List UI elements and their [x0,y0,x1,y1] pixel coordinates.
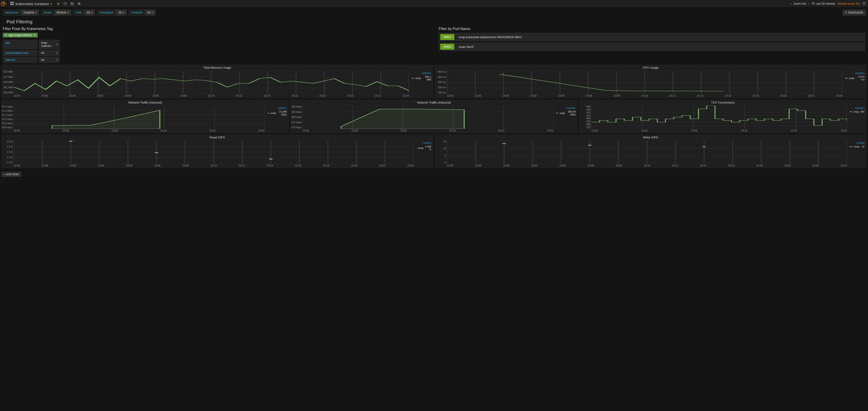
pod-name-label: snap-kubestate-deployment-3004530826-ld9… [455,35,525,39]
row-header-pod-filtering[interactable]: ⌄ Pod Filtering [3,18,865,27]
var-value-dropdown[interactable]: All▾ [116,9,127,15]
var-value-dropdown[interactable]: Minikub▾ [54,9,71,15]
panel-net-inbound-1[interactable]: Network Traffic (Inbound) 31.6 kbps31.4 … [1,100,289,133]
filter-by-tag-panel: Filter Pods By Kubernetes Tag 🏷 app=snap… [3,27,429,63]
legend-swatch [416,148,417,148]
svg-rect-5 [12,4,14,5]
time-range-picker[interactable]: Last 30 minutes [811,2,835,5]
template-var-datasource[interactable]: datasourceGraphite▾ [2,9,39,15]
legend-swatch [850,146,852,147]
select-pod-button[interactable]: Select [440,34,454,40]
refresh-icon[interactable] [863,2,866,6]
refresh-interval-label[interactable]: Refresh every 10s [838,2,860,5]
svg-rect-4 [10,4,12,5]
panel-cpu[interactable]: CPU Usage 450 ms400 ms350 ms300 ms250 ms… [435,65,867,98]
svg-point-126 [502,143,506,144]
dashboard-icon [10,2,14,6]
legend: current▾ snap395 [848,105,866,133]
tag-filter-row: daemonAll▾ [3,57,429,63]
tag-filter-row: appsnap-collector▾ [3,40,429,49]
var-label: datasource [2,9,21,15]
plus-icon: + [4,173,5,176]
var-value-dropdown[interactable]: All▾ [84,9,95,15]
filter-pods-title: Filter by Pod Name [439,27,865,31]
svg-point-106 [269,159,273,160]
star-icon[interactable]: ★ [55,0,62,7]
legend: current▾ snap274.0 ms [843,70,866,98]
zoom-out-button[interactable]: Zoom Out [794,2,806,5]
var-label: cluster [41,9,54,15]
svg-point-127 [588,145,592,146]
legend: current snap1.160 K [414,140,433,168]
var-value-dropdown[interactable]: Graphite▾ [21,9,39,15]
panel-net-inbound-2[interactable]: Network Traffic (Inbound) 390 kbps385 kb… [290,100,578,133]
tag-icon: 🏷 [5,34,7,37]
save-icon[interactable] [69,0,76,7]
grafana-logo[interactable]: ▾ [0,0,8,8]
template-var-container[interactable]: containerAll▾ [129,9,156,15]
panel-memory[interactable]: Total Memory Usage 525 MiB477 MiB429 MiB… [1,65,433,98]
tag-value-select[interactable]: All▾ [39,50,60,56]
var-label: namespace [97,9,116,15]
time-range-label: Last 30 minutes [816,2,835,5]
dashboard-title-picker[interactable]: Kubernetes Container ▾ [8,0,55,7]
time-forward-icon[interactable]: › [808,2,809,5]
panel-title: Network Traffic (Inbound) [290,100,578,105]
svg-rect-3 [12,2,14,3]
tag-value-select[interactable]: All▾ [39,57,60,63]
tag-key[interactable]: pod-template-hash [3,50,37,56]
panel-title: Write IOPS [435,135,866,140]
svg-point-128 [702,146,706,147]
legend-swatch [268,113,269,113]
svg-point-1 [3,3,4,4]
legend: current▾ snap386.58 kbps [554,105,578,133]
svg-point-104 [69,141,73,142]
share-icon[interactable] [62,0,69,7]
active-tag-chip[interactable]: 🏷 app=snap-collector ✕ [3,33,38,37]
template-var-cluster[interactable]: clusterMinikub▾ [41,9,71,15]
legend: current snap12 [848,140,866,168]
tag-key[interactable]: daemon [3,57,37,63]
list-icon: ≡ [845,11,847,14]
add-row-button[interactable]: + ADD ROW [1,172,21,177]
remove-tag-icon[interactable]: ✕ [34,34,36,37]
tag-chip-label: app=snap-collector [8,34,32,37]
dashboard-title: Kubernetes Container [16,2,49,6]
panel-write-iops[interactable]: Write IOPS 15105022:5622:5823:0023:0223:… [435,135,867,168]
legend: current▾ snap409.1 MiB [410,70,433,98]
settings-icon[interactable] [76,0,83,7]
var-label: container [129,9,145,15]
legend-swatch [850,111,852,112]
section-title: Pod Filtering [6,19,32,25]
select-pod-button[interactable]: Select [440,44,454,50]
panel-title: CPU Usage [435,65,866,70]
chevron-down-icon: ⌄ [3,21,5,23]
pod-name-label: snap-r9w3f [455,45,476,48]
var-label: node [73,9,84,15]
panel-title: Read IOPS [2,135,433,140]
time-back-icon[interactable]: ‹ [790,2,792,5]
panel-title: Total Memory Usage [2,65,433,70]
svg-rect-2 [10,2,12,3]
time-controls: ‹ Zoom Out › Last 30 minutes Refresh eve… [788,0,868,7]
var-value-dropdown[interactable]: All▾ [145,9,155,15]
tag-key[interactable]: app [3,40,37,49]
panel-tcp[interactable]: TCP Connections 440430420410400390380370… [579,100,867,133]
dashboards-button-label: Dashboards [848,11,863,14]
filter-by-pod-name-panel: Filter by Pod Name Selectsnap-kubestate-… [439,27,865,63]
tag-value-select[interactable]: snap-collector▾ [39,40,60,49]
add-row-label: ADD ROW [6,173,19,176]
panel-title: Network Traffic (Inbound) [2,100,289,105]
caret-down-icon: ▾ [51,3,52,5]
panel-read-iops[interactable]: Read IOPS 1.8 K1.6 K1.4 K1.2 K1.0 K22:56… [1,135,433,168]
template-var-node[interactable]: nodeAll▾ [73,9,95,15]
tag-filter-row: pod-template-hashAll▾ [3,50,429,56]
clock-icon [811,2,814,5]
svg-point-105 [155,152,158,153]
filter-tags-title: Filter Pods By Kubernetes Tag [3,27,429,31]
panel-title: TCP Connections [579,100,866,105]
legend-swatch [845,78,847,78]
legend-swatch [412,78,414,78]
template-var-namespace[interactable]: namespaceAll▾ [97,9,127,15]
dashboards-list-button[interactable]: ≡ Dashboards [842,9,866,15]
